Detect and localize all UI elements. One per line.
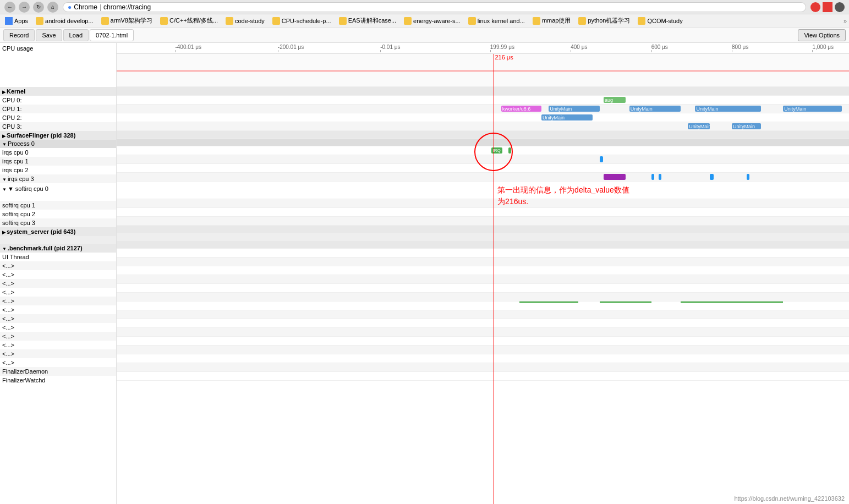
thread-trace-9 [117, 337, 849, 346]
thread-trace-8 [117, 328, 849, 337]
bookmark-android[interactable]: android develop... [33, 16, 96, 26]
thread-row-11: <...> [0, 358, 116, 367]
bookmark-mmap[interactable]: mmap使用 [530, 15, 574, 26]
thread-trace-7 [117, 319, 849, 328]
back-button[interactable]: ← [4, 2, 15, 13]
irqs-cpu2-label: irqs cpu 2 [2, 167, 29, 173]
folder-icon-linux [468, 17, 476, 25]
tick-600: 600 μs [651, 44, 668, 50]
bookmark-qcom[interactable]: QCOM-study [635, 16, 685, 26]
irqs-cpu3-label: irqs cpu 3 [8, 176, 34, 182]
softirq-cpu1-trace-row [117, 199, 849, 208]
home-button[interactable]: ⌂ [47, 2, 58, 13]
benchmark-trace-header [117, 241, 849, 249]
bookmark-apps[interactable]: Apps [2, 16, 31, 26]
softirq-cpu0-triangle-icon [2, 185, 7, 192]
process0-trace-header [117, 139, 849, 146]
green-line-1 [519, 302, 578, 303]
folder-icon-armv8 [101, 17, 109, 25]
folder-icon-cpp [160, 17, 168, 25]
irqs-cpu3-trace-row [117, 173, 849, 182]
benchmark-full-header[interactable]: .benchmark.full (pid 2127) [0, 244, 116, 253]
softirq-cpu0-trace-row: 第一出现的信息，作为delta_value数值 为216us. [117, 182, 849, 199]
irqs-cpu1-row: irqs cpu 1 [0, 157, 116, 166]
tick-800: 800 μs [732, 44, 748, 50]
softirq-cpu2-trace-row [117, 208, 849, 217]
view-options-button[interactable]: View Options [798, 29, 846, 41]
process0-label: Process 0 [8, 140, 35, 147]
benchmark-label: .benchmark.full (pid 2127) [8, 245, 83, 251]
record-button[interactable]: Record [3, 29, 35, 41]
bookmark-cpp-label: C/C++线程/多线... [169, 17, 218, 25]
unity-main-2[interactable]: UnityMain [629, 106, 681, 112]
system-server-header[interactable]: system_server (pid 643) [0, 227, 116, 236]
forward-button[interactable]: → [19, 2, 30, 13]
irq-block[interactable]: IRQ [491, 147, 502, 154]
thread-trace-4 [117, 293, 849, 302]
thread-trace-1 [117, 266, 849, 275]
softirq-cpu3-label: softirq cpu 3 [2, 220, 35, 226]
thread-row-3: <...> [0, 288, 116, 297]
bookmark-eas[interactable]: EAS讲解和case... [336, 15, 399, 26]
irqs-cpu1-label: irqs cpu 1 [2, 158, 29, 165]
more-bookmarks[interactable]: » [843, 18, 847, 24]
thread-row-5: <...> [0, 305, 116, 314]
bookmark-qcom-label: QCOM-study [647, 18, 682, 24]
folder-icon-python [578, 17, 586, 25]
tick-200: -200.01 μs [278, 44, 304, 50]
aug-block[interactable]: aug [604, 97, 626, 103]
bookmark-python[interactable]: python机器学习 [576, 15, 633, 26]
cpu0-label: CPU 0: [2, 97, 21, 103]
ext-icon-1[interactable] [810, 2, 820, 12]
address-bar[interactable]: ● Chrome | chrome://tracing [63, 2, 806, 12]
ext-icon-3[interactable] [835, 2, 845, 12]
watermark-text: https://blog.csdn.net/wuming_422103632 [734, 495, 845, 502]
unity-main-cpu3-1[interactable]: UnityMain [688, 123, 710, 129]
unity-main-4[interactable]: UnityMain [783, 106, 841, 112]
main-area: CPU usage Kernel CPU 0: CPU 1: CPU 2: CP… [0, 43, 849, 504]
surface-flinger-header[interactable]: SurfaceFlinger (pid 328) [0, 131, 116, 140]
annotation-text: 第一出现的信息，作为delta_value数值 为216us. [497, 184, 629, 207]
bookmark-energy[interactable]: energy-aware-s... [401, 16, 463, 26]
bookmark-linux[interactable]: linux kernel and... [465, 16, 528, 26]
thread-row-7: <...> [0, 323, 116, 332]
unity-main-cpu2[interactable]: UnityMain [541, 114, 593, 120]
unity-main-cpu3-2[interactable]: UnityMain [732, 123, 761, 129]
kernel-section-header[interactable]: Kernel [0, 87, 116, 96]
tick-400pos: 400 μs [571, 44, 587, 50]
kworker-block[interactable]: kworker/u8:6 [501, 106, 541, 112]
save-button[interactable]: Save [36, 29, 62, 41]
process0-header[interactable]: Process 0 [0, 140, 116, 148]
folder-icon-eas [339, 17, 347, 25]
url-text: chrome://tracing [103, 3, 151, 11]
cpu-usage-trace-row [117, 54, 849, 87]
ext-icon-2[interactable] [823, 2, 832, 12]
softirq-cpu0-row[interactable]: ▼ softirq cpu 0 [0, 183, 116, 201]
timeline-area[interactable]: -400.01 μs -200.01 μs -0.01 μs 199.99 μs… [117, 43, 849, 504]
kernel-label: Kernel [7, 88, 25, 95]
load-button[interactable]: Load [63, 29, 89, 41]
unity-main-1[interactable]: UnityMain [549, 106, 600, 112]
irqs-cpu3-row[interactable]: irqs cpu 3 [0, 174, 116, 183]
thread-row-8: <...> [0, 332, 116, 341]
trace-content[interactable]: 216 μs aug kworker/u8:6 UnityMain UnityM… [117, 54, 849, 504]
irqs-cpu3-triangle-icon [2, 176, 7, 182]
irq-cpu3-1 [604, 174, 626, 180]
unity-main-3[interactable]: UnityMain [695, 106, 761, 112]
folder-icon-energy [404, 17, 412, 25]
bookmark-cpp[interactable]: C/C++线程/多线... [157, 15, 221, 26]
reload-button[interactable]: ↻ [33, 2, 44, 13]
bookmark-cpu-label: CPU-schedule-p... [282, 18, 331, 24]
thread-trace-3 [117, 284, 849, 293]
cpu0-row: CPU 0: [0, 96, 116, 105]
bookmark-cpu[interactable]: CPU-schedule-p... [270, 16, 334, 26]
bookmark-code[interactable]: code-study [223, 16, 267, 26]
spacer-row [0, 236, 116, 244]
irqs-cpu1-trace-row [117, 155, 849, 164]
thread-row-2: <...> [0, 279, 116, 288]
extension-icons [810, 2, 845, 12]
bookmarks-bar: Apps android develop... armV8架构学习 C/C++线… [0, 14, 849, 28]
bookmark-armv8[interactable]: armV8架构学习 [98, 15, 155, 26]
softirq-cpu0-label: ▼ softirq cpu 0 [8, 185, 48, 192]
bookmark-linux-label: linux kernel and... [478, 18, 525, 24]
